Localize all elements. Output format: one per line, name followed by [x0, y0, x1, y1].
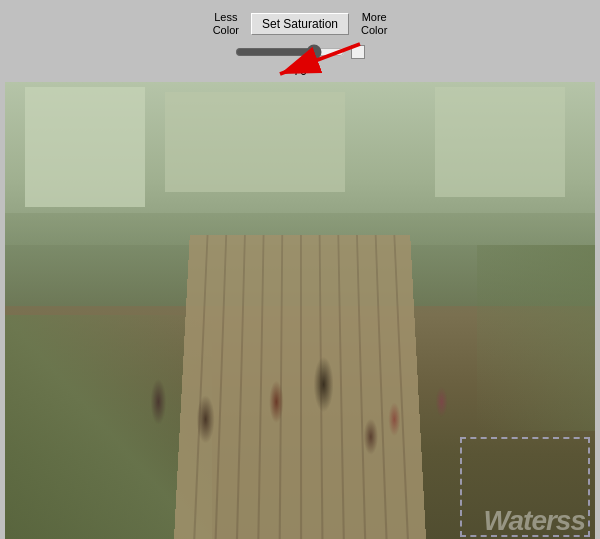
slider-thumb-box — [351, 45, 365, 59]
toolbar: Less Color Set Saturation More Color — [0, 0, 600, 44]
set-saturation-button[interactable]: Set Saturation — [251, 13, 349, 35]
watermark: Waterss — [484, 505, 585, 537]
less-color-line2: Color — [213, 24, 239, 37]
toolbar-controls: Less Color Set Saturation More Color — [213, 6, 388, 40]
image-container: Waterss — [5, 82, 595, 539]
more-color-label-group: More Color — [361, 11, 387, 37]
more-color-line1: More — [362, 11, 387, 24]
more-color-line2: Color — [361, 24, 387, 37]
less-color-label-group: Less Color — [213, 11, 239, 37]
saturation-slider[interactable] — [235, 44, 345, 60]
slider-value-display: 76 — [0, 64, 600, 82]
slider-row — [0, 44, 600, 64]
less-color-line1: Less — [214, 11, 237, 24]
figures — [64, 175, 536, 524]
photo: Waterss — [5, 82, 595, 539]
